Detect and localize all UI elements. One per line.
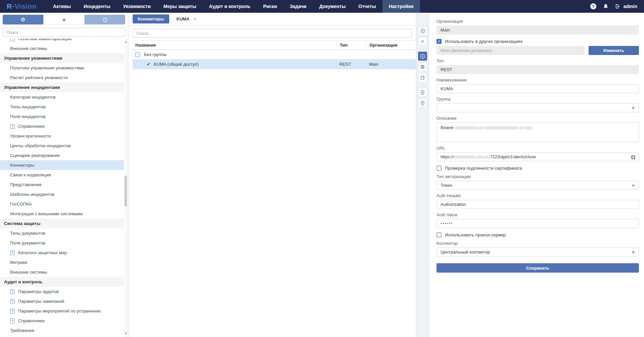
- expand-icon[interactable]: +: [10, 309, 15, 314]
- add-button[interactable]: [418, 26, 427, 35]
- sidebar-item[interactable]: Представления: [0, 180, 128, 189]
- sidebar-item[interactable]: Внешние системы: [0, 267, 128, 277]
- info-button[interactable]: [418, 52, 427, 61]
- group-label: Группа: [436, 97, 639, 102]
- sidebar-item[interactable]: Метрики: [0, 258, 128, 267]
- tree-item-label: Справочники: [18, 318, 45, 323]
- nav-item[interactable]: Настройки: [382, 0, 420, 13]
- cert-checkbox-row[interactable]: Проверка подлинности сертификата: [436, 166, 639, 171]
- column-header-name[interactable]: Название: [133, 43, 336, 48]
- export-button[interactable]: [418, 99, 427, 108]
- auth-type-select[interactable]: Токен: [436, 181, 639, 190]
- tab-connectors[interactable]: Коннекторы: [133, 14, 169, 23]
- delete-button[interactable]: [418, 37, 427, 46]
- user-menu[interactable]: admin: [615, 4, 637, 9]
- scroll-down-icon[interactable]: ▼: [125, 332, 127, 335]
- proxy-checkbox[interactable]: [436, 232, 442, 237]
- column-header-type[interactable]: Тип: [336, 41, 366, 50]
- scrollbar-thumb[interactable]: [125, 176, 127, 207]
- change-button[interactable]: Изменить: [589, 46, 639, 55]
- copy-button[interactable]: [418, 73, 427, 82]
- check-icon: ✔: [147, 62, 150, 67]
- sidebar-item[interactable]: +Параметры аудитов: [0, 287, 128, 296]
- group-select[interactable]: [436, 103, 639, 112]
- auth-header-input[interactable]: [436, 200, 639, 209]
- sidebar-item[interactable]: +Справочники: [0, 121, 128, 131]
- collector-select[interactable]: Центральный коллектор: [436, 247, 639, 257]
- sidebar-item[interactable]: Циклы обработки инцидентов: [0, 141, 128, 151]
- group-row[interactable]: − Без группы: [133, 50, 416, 59]
- sidebar-item[interactable]: Категории инцидентов: [0, 92, 128, 102]
- column-header-org[interactable]: Организация: [366, 41, 416, 50]
- sidebar-item[interactable]: Типы инцидентов: [0, 102, 128, 112]
- scroll-up-icon[interactable]: ▲: [125, 41, 127, 43]
- connectors-search-input[interactable]: [133, 29, 412, 38]
- sidebar-item[interactable]: Коннекторы: [0, 160, 128, 170]
- import-button[interactable]: [418, 88, 427, 97]
- main-area: +Политики инвентаризацииВнешние системыУ…: [0, 13, 644, 337]
- nav-item[interactable]: Инциденты: [77, 0, 117, 13]
- tab-kuma[interactable]: KUMA ×: [171, 14, 200, 24]
- tree-item-label: Параметры аудитов: [18, 289, 59, 294]
- sidebar-item[interactable]: Политики управления уязвимостями: [0, 63, 128, 73]
- name-input[interactable]: [436, 84, 639, 93]
- sidebar-item[interactable]: +Параметры мероприятий по устранению: [0, 306, 128, 316]
- save-button[interactable]: Сохранить: [436, 263, 639, 273]
- url-input[interactable]: https://xxxxxxxxxx.xxx.xx:7223/api/v1/al…: [436, 152, 639, 161]
- description-textarea[interactable]: Bearer xxxxxxxxxx xxx xxxxxxxxxxxxxxx xx…: [436, 122, 639, 142]
- expand-icon[interactable]: +: [10, 289, 15, 294]
- help-icon[interactable]: ?: [590, 3, 596, 9]
- nav-item[interactable]: Аудит и контроль: [202, 0, 257, 13]
- variables-icon[interactable]: {;}: [631, 154, 635, 159]
- sidebar-scrollbar[interactable]: ▲ ▼: [124, 39, 128, 337]
- tree-item-label: Представления: [10, 182, 42, 187]
- sidebar-item[interactable]: Поля документов: [0, 238, 128, 248]
- sidebar-item[interactable]: Уровни критичности: [0, 131, 128, 141]
- collapse-icon[interactable]: −: [135, 52, 140, 57]
- group-label: Без группы: [144, 52, 167, 57]
- sidebar-search-input[interactable]: [3, 28, 125, 37]
- auth-value-input[interactable]: ••••••: [436, 219, 639, 228]
- share-checkbox-row[interactable]: ✓ Использовать в других организациях: [436, 39, 639, 44]
- nav-item[interactable]: Уязвимости: [117, 0, 157, 13]
- expand-icon[interactable]: +: [10, 319, 15, 323]
- nav-item[interactable]: Документы: [313, 0, 352, 13]
- proxy-checkbox-row[interactable]: Использовать прокси-сервер: [436, 232, 639, 237]
- sidebar-item[interactable]: +Каталоги защитных мер: [0, 248, 128, 258]
- notifications-bell-icon[interactable]: [603, 4, 608, 9]
- sidebar-item[interactable]: +Параметры замечаний: [0, 296, 128, 306]
- sidebar-item[interactable]: К: [0, 335, 128, 337]
- nav-item[interactable]: Отчеты: [352, 0, 382, 13]
- sidebar-item[interactable]: ГосСОПКА: [0, 199, 128, 209]
- nav-item[interactable]: Меры защиты: [157, 0, 203, 13]
- nav-item[interactable]: Активы: [47, 0, 77, 13]
- tab-favorites[interactable]: [43, 15, 85, 24]
- chevron-down-icon: [632, 107, 635, 109]
- expand-icon[interactable]: +: [10, 250, 15, 255]
- sidebar-item[interactable]: Сценарии реагирования: [0, 151, 128, 160]
- sidebar-item[interactable]: Внешние системы: [0, 44, 128, 53]
- nav-item[interactable]: Задачи: [283, 0, 313, 13]
- description-label: Описание: [436, 116, 639, 121]
- tree-item-label: Политики управления уязвимостями: [10, 65, 84, 70]
- sidebar-item[interactable]: Интеграция с внешними системами: [0, 209, 128, 219]
- sidebar-item[interactable]: Связи и корреляция: [0, 170, 128, 180]
- table-row[interactable]: ✔ KUMA (общий доступ) REST Main: [133, 59, 416, 69]
- list-button[interactable]: [418, 62, 427, 71]
- expand-icon[interactable]: +: [10, 124, 15, 129]
- sidebar-item[interactable]: Шаблоны инцидентов: [0, 189, 128, 199]
- share-checkbox[interactable]: ✓: [436, 39, 442, 44]
- expand-icon[interactable]: +: [10, 39, 15, 41]
- nav-item[interactable]: Риски: [257, 0, 283, 13]
- sidebar-item[interactable]: +Справочники: [0, 316, 128, 326]
- expand-icon[interactable]: +: [10, 299, 15, 304]
- tab-settings[interactable]: [3, 15, 43, 24]
- sidebar-item[interactable]: Требования: [0, 326, 128, 335]
- close-icon[interactable]: ×: [194, 16, 196, 22]
- cert-checkbox[interactable]: [436, 166, 442, 171]
- sidebar-item[interactable]: Поля инцидентов: [0, 112, 128, 121]
- sidebar-item[interactable]: Расчет рейтинга уязвимости: [0, 73, 128, 82]
- tab-history[interactable]: [85, 15, 125, 24]
- sidebar-item[interactable]: +Политики инвентаризации: [0, 39, 128, 44]
- sidebar-item[interactable]: Типы документов: [0, 228, 128, 238]
